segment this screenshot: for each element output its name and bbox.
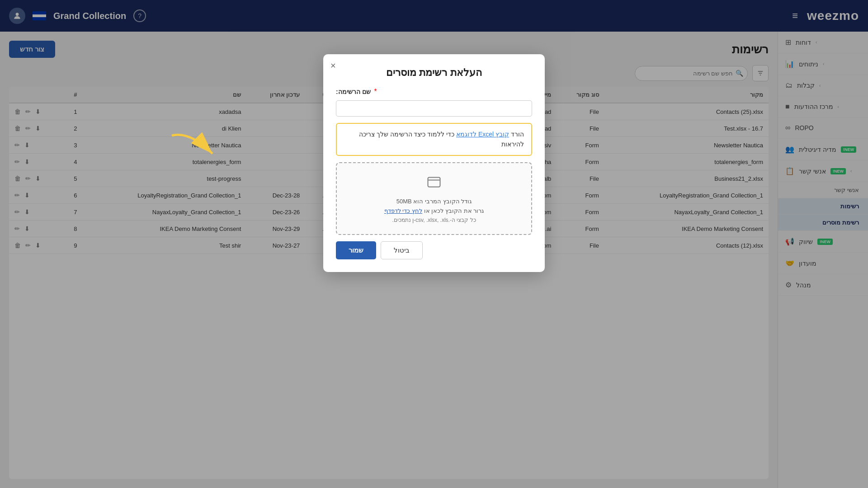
cancel-button[interactable]: ביטול — [381, 241, 423, 259]
modal-overlay: × העלאת רשימת מוסרים * שם הרשימה: הורד ק… — [0, 0, 868, 488]
upload-browse-link[interactable]: לחץ כדי לדפדף — [384, 207, 422, 214]
upload-area[interactable]: גודל הקובץ המרבי הוא 50MB גרור את הקובץ … — [336, 162, 532, 235]
upload-size-line: גודל הקובץ המרבי הוא 50MB — [348, 198, 520, 205]
svg-rect-4 — [428, 177, 440, 187]
upload-formats: כל קבצי ה-.csv, .xlsx, .xls-ן נתמכים. — [348, 217, 520, 223]
modal-close-button[interactable]: × — [330, 61, 336, 71]
tooltip-prefix: הורד — [511, 131, 524, 138]
list-name-input[interactable] — [336, 100, 532, 117]
upload-drag-line: גרור את הקובץ לכאן או לחץ כדי לדפדף — [348, 207, 520, 214]
template-download-link[interactable]: קובץ Excel לדוגמא — [456, 131, 509, 138]
list-name-label: שם הרשימה: — [336, 88, 371, 95]
upload-icon — [348, 174, 520, 193]
modal-buttons: שמור ביטול — [336, 241, 532, 259]
required-star: * — [374, 88, 377, 96]
upload-modal: × העלאת רשימת מוסרים * שם הרשימה: הורד ק… — [323, 54, 545, 272]
tooltip-box: הורד קובץ Excel לדוגמא כדי ללמוד כיצד הר… — [336, 123, 532, 156]
upload-drag-text: גרור את הקובץ לכאן או — [424, 207, 484, 214]
save-button[interactable]: שמור — [336, 241, 376, 259]
modal-title: העלאת רשימת מוסרים — [336, 67, 532, 79]
list-name-row: * שם הרשימה: — [336, 88, 532, 96]
